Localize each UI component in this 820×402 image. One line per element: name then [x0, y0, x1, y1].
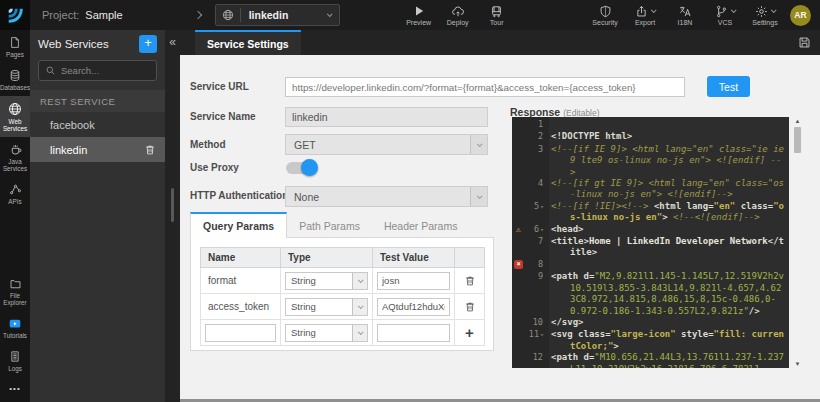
select-chevron: [470, 135, 487, 154]
service-list-item[interactable]: linkedin: [30, 137, 165, 162]
new-param-test-value-input[interactable]: [377, 324, 450, 342]
line-number: 1: [525, 119, 546, 131]
select-chevron: [352, 325, 367, 341]
method-label: Method: [190, 135, 226, 155]
rail-nav-item[interactable]: Databases: [0, 63, 30, 96]
response-code-editor[interactable]: 1 2 <!DOCTYPE html> 3 <!: [512, 117, 789, 368]
editor-scrollbar[interactable]: ▲ ▼: [792, 117, 803, 368]
code-text: <path d="M10.656,21.44L3,13.761l1.237-1.…: [546, 352, 789, 368]
line-number: 4: [525, 178, 546, 190]
code-line: 3 <!--[if IE 9]> <html lang="en" class="…: [512, 144, 789, 178]
service-name-label: Service Name: [190, 107, 256, 127]
app-window: Project: Sample linkedin Preview Deploy: [0, 0, 820, 402]
topbar-action-button[interactable]: I18N: [672, 4, 698, 26]
topbar-action-button[interactable]: Settings: [752, 4, 778, 26]
rail-nav-item[interactable]: Java Services: [0, 137, 30, 177]
deploy-icon: [451, 5, 465, 18]
topbar-action-button[interactable]: Tour: [484, 4, 510, 26]
param-type-select[interactable]: String: [285, 298, 368, 316]
i18n-icon: [678, 5, 692, 18]
web-services-panel: Web Services + REST SERVICE facebook lin…: [30, 30, 165, 402]
new-param-name-input[interactable]: [205, 324, 276, 342]
tab-service-settings[interactable]: Service Settings: [195, 30, 301, 55]
param-name: format: [201, 268, 281, 294]
rail-nav-item[interactable]: File Explorer: [0, 272, 30, 311]
gutter-marker: [512, 119, 525, 120]
code-line: 5▾ <!--[if !IE]><!--> <html lang="en" cl…: [512, 201, 789, 224]
top-bar: Project: Sample linkedin Preview Deploy: [0, 0, 820, 30]
gutter-marker: [512, 131, 525, 132]
param-test-value-input[interactable]: [377, 298, 450, 316]
fold-arrow-icon[interactable]: ▾: [540, 331, 544, 339]
http-auth-select[interactable]: None: [285, 186, 488, 207]
column-header: Type: [281, 248, 373, 268]
param-type-select[interactable]: String: [285, 272, 368, 290]
params-tab[interactable]: Query Params: [190, 212, 287, 238]
code-text: <title>Home | LinkedIn Developer Network…: [546, 236, 789, 259]
use-proxy-toggle[interactable]: [286, 162, 316, 174]
settings-icon: [755, 5, 768, 18]
rail-nav-item[interactable]: Pages: [0, 30, 30, 63]
param-test-value-input[interactable]: [377, 272, 450, 290]
collapse-panel-button[interactable]: «: [169, 36, 176, 48]
add-param-button[interactable]: +: [459, 324, 480, 341]
trash-icon[interactable]: [144, 144, 156, 156]
code-text: </svg>: [546, 317, 789, 328]
params-tab[interactable]: Header Params: [372, 214, 470, 238]
code-line: 11▾ <svg class="large-icon" style="fill:…: [512, 329, 789, 352]
search-icon: [45, 65, 56, 76]
code-line: ⚠ 6▾ <head>: [512, 224, 789, 236]
trash-icon[interactable]: [459, 275, 480, 287]
chevron-down-icon: [771, 7, 777, 13]
topbar-action-button[interactable]: Deploy: [445, 4, 471, 26]
topbar-action-button[interactable]: Preview: [406, 4, 432, 26]
test-button[interactable]: Test: [707, 76, 750, 97]
rail-nav-item[interactable]: Web Services: [0, 96, 30, 137]
rest-service-section-header: REST SERVICE: [30, 90, 165, 112]
service-list-item[interactable]: facebook: [30, 112, 165, 137]
topbar-action-button[interactable]: Export: [632, 4, 658, 26]
param-name: access_token: [201, 294, 281, 320]
service-url-input[interactable]: [285, 77, 685, 97]
vertical-scrollbar-thumb[interactable]: [171, 188, 174, 222]
scroll-down-arrow[interactable]: ▼: [795, 360, 801, 368]
code-text: <!--[if gt IE 9]> <html lang="en" class=…: [546, 178, 789, 201]
rail-nav-item[interactable]: Logs: [0, 344, 30, 377]
wavemaker-logo[interactable]: [0, 0, 30, 30]
search-input[interactable]: [61, 65, 151, 76]
gutter-marker: [512, 271, 525, 272]
topbar-action-button[interactable]: VCS: [712, 4, 738, 26]
code-line: 10 </svg>: [512, 317, 789, 329]
trash-icon[interactable]: [459, 301, 480, 313]
code-text: <!--[if !IE]><!--> <html lang="en" class…: [546, 201, 789, 224]
code-line: 7 <title>Home | LinkedIn Developer Netwo…: [512, 236, 789, 259]
fold-arrow-icon[interactable]: ▾: [540, 203, 544, 211]
rail-nav-item[interactable]: Tutorials: [0, 311, 30, 344]
user-avatar[interactable]: AR: [790, 5, 811, 26]
rail-nav-item[interactable]: APIs: [0, 177, 30, 210]
editor-scrollbar-thumb[interactable]: [794, 127, 801, 153]
code-text: <svg class="large-icon" style="fill: cur…: [546, 329, 789, 352]
code-line: × 8: [512, 259, 789, 271]
rail-spacer: [0, 210, 30, 272]
tutorials-icon: [8, 317, 22, 330]
add-service-button[interactable]: +: [139, 35, 157, 53]
topbar-action-button[interactable]: Security: [592, 4, 618, 26]
gutter-marker: ⚠: [512, 224, 525, 235]
service-name-input[interactable]: [285, 107, 488, 127]
code-text: [546, 259, 789, 270]
primary-actions: Preview Deploy Tour: [406, 4, 510, 26]
project-label: Project:: [42, 9, 79, 21]
service-selector-dropdown[interactable]: linkedin: [215, 4, 340, 26]
method-select[interactable]: GET: [285, 134, 488, 155]
tour-icon: [490, 5, 503, 18]
rail-overflow-menu[interactable]: •••: [0, 377, 30, 402]
fold-arrow-icon[interactable]: ▾: [540, 226, 544, 234]
scroll-up-arrow[interactable]: ▲: [795, 117, 801, 125]
save-icon[interactable]: [798, 36, 811, 49]
new-param-type-select[interactable]: String: [285, 324, 368, 342]
params-tab[interactable]: Path Params: [287, 214, 372, 238]
gutter-marker: [512, 144, 525, 145]
code-line: 12 <path d="M10.656,21.44L3,13.761l1.237…: [512, 352, 789, 368]
utility-actions: Security Export I18N VCS: [592, 4, 778, 26]
